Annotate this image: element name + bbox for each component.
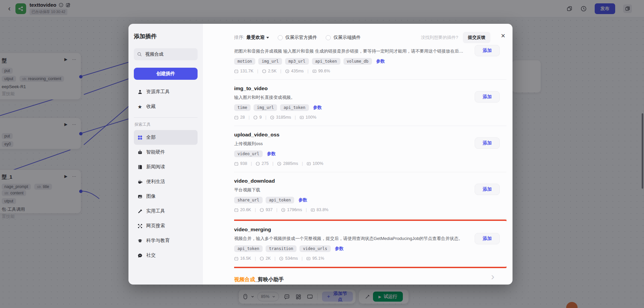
- search-match-highlight: 视频合成: [234, 276, 255, 282]
- modal-title: 添加插件: [134, 33, 198, 40]
- category-daily-life[interactable]: 便利生活: [134, 174, 198, 189]
- run-count: 16.5K: [240, 256, 251, 261]
- category-news-reading[interactable]: 新闻阅读: [134, 160, 198, 174]
- sort-dropdown[interactable]: 最受欢迎: [247, 35, 265, 41]
- plugin-description: 视频合并，输入多个视频拼接成一个完整视频，提交后，请使用查询状态GetMedia…: [234, 236, 489, 242]
- run-count: 938: [240, 161, 247, 166]
- plugin-search-box[interactable]: [134, 48, 198, 60]
- plugin-list-item: img_to_video 输入图片和时长直接变成视频。 time img_url…: [234, 80, 506, 126]
- latency: 1796ms: [287, 207, 302, 212]
- success-rate: 95.1%: [312, 256, 324, 261]
- close-icon[interactable]: ×: [498, 31, 508, 41]
- image-icon: [137, 194, 143, 199]
- plugin-list-item-highlighted: video_merging 视频合并，输入多个视频拼接成一个完整视频，提交后，请…: [234, 220, 506, 268]
- params-link[interactable]: 参数: [313, 105, 322, 111]
- params-link[interactable]: 参数: [299, 197, 307, 203]
- category-web-search[interactable]: 网页搜索: [134, 219, 198, 233]
- add-plugin-modal: 添加插件 创建插件 资源库工具 ★ 收藏: [128, 24, 513, 285]
- category-science-education[interactable]: 科学与教育: [134, 233, 198, 248]
- sort-caret-icon: [266, 37, 269, 39]
- plugin-list[interactable]: 把图片和音频合并成视频 输入图片和音频 生成的链接是异步链接，要等待一定时间才能…: [234, 43, 506, 285]
- client-only-radio[interactable]: 仅展示端插件: [326, 35, 361, 41]
- comment-count: 2K: [266, 256, 271, 261]
- category-smart-hardware[interactable]: 智能硬件: [134, 145, 198, 160]
- not-found-text: 没找到想要的插件?: [421, 35, 458, 41]
- chat-bubble-icon: [137, 253, 143, 258]
- run-count: 131.7K: [240, 69, 254, 73]
- param-tag: share_url: [234, 197, 263, 203]
- latency: 435ms: [291, 69, 304, 73]
- plugin-name[interactable]: upload_video_oss: [234, 132, 506, 138]
- official-only-radio[interactable]: 仅展示官方插件: [278, 35, 317, 41]
- filter-bar: 排序: 最受欢迎 仅展示官方插件 仅展示端插件 没找到想要的插件? 提交反馈: [234, 32, 490, 43]
- plugin-description: 把图片和音频合并成视频 输入图片和音频 生成的链接是异步链接，要等待一定时间才能…: [234, 48, 489, 54]
- submit-feedback-button[interactable]: 提交反馈: [463, 32, 490, 43]
- add-plugin-button[interactable]: 添加: [475, 137, 500, 149]
- success-rate: 100%: [313, 161, 323, 166]
- params-link[interactable]: 参数: [376, 58, 385, 64]
- run-count: 28: [240, 115, 245, 120]
- radio-circle-icon[interactable]: [326, 35, 331, 40]
- add-plugin-button[interactable]: 添加: [475, 91, 500, 103]
- search-input[interactable]: [145, 52, 192, 57]
- param-tag: api_token: [312, 58, 340, 65]
- plugin-list-item: 视频合成_剪映小助手 剪映草稿，视频合成方案。 ›: [234, 268, 506, 285]
- add-plugin-button[interactable]: 添加: [475, 233, 500, 244]
- plugin-name[interactable]: video_merging: [234, 227, 505, 233]
- wrench-icon: [137, 209, 143, 214]
- plugin-description: 上传视频到oss: [234, 141, 489, 147]
- param-tag: img_url: [254, 104, 277, 111]
- param-tag: volume_db: [343, 58, 372, 65]
- param-tag: img_url: [258, 58, 282, 65]
- success-rate: 100%: [306, 115, 316, 120]
- params-link[interactable]: 参数: [267, 151, 276, 157]
- category-utilities[interactable]: 实用工具: [134, 204, 198, 219]
- plugin-description: 输入图片和时长直接变成视频。: [234, 95, 489, 101]
- sort-label: 排序:: [234, 35, 245, 41]
- network-search-icon: [137, 224, 143, 229]
- latency: 3185ms: [276, 115, 291, 120]
- plugin-name[interactable]: 视频合成_剪映小助手: [234, 276, 506, 283]
- plugin-name[interactable]: img_to_video: [234, 85, 506, 91]
- category-social[interactable]: 社交: [134, 248, 198, 263]
- book-icon: [137, 165, 143, 170]
- sidebar-item-library-tools[interactable]: 资源库工具: [134, 84, 198, 99]
- plugin-name[interactable]: video_download: [234, 178, 506, 184]
- radio-circle-icon[interactable]: [278, 35, 283, 40]
- plugin-modal-main: 排序: 最受欢迎 仅展示官方插件 仅展示端插件 没找到想要的插件? 提交反馈 ×…: [203, 24, 513, 285]
- category-image[interactable]: 图像: [134, 189, 198, 204]
- comment-count: 9: [259, 115, 262, 120]
- param-tag: mp3_url: [285, 58, 309, 65]
- coffee-icon: [137, 179, 143, 184]
- add-plugin-button[interactable]: 添加: [475, 184, 500, 195]
- run-count: 20.6K: [240, 207, 251, 212]
- comment-count: 275: [262, 161, 269, 166]
- chevron-right-icon[interactable]: ›: [491, 271, 494, 282]
- params-link[interactable]: 参数: [335, 246, 344, 252]
- plugin-list-item: video_download 平台视频下载 share_url api_toke…: [234, 172, 506, 219]
- explore-tools-label: 探索工具: [135, 122, 198, 127]
- plugin-list-item: 把图片和音频合并成视频 输入图片和音频 生成的链接是异步链接，要等待一定时间才能…: [234, 43, 506, 80]
- star-icon: ★: [137, 104, 143, 109]
- latency: 534ms: [285, 256, 298, 261]
- success-rate: 99.6%: [318, 69, 330, 73]
- success-rate: 83.8%: [317, 207, 328, 212]
- plugin-stats: 938| 275| 2885ms| 100%: [234, 161, 506, 166]
- param-tag: motion: [234, 58, 255, 65]
- create-plugin-button[interactable]: 创建插件: [134, 68, 198, 80]
- comment-count: 937: [266, 207, 273, 212]
- sidebar-divider: [134, 117, 198, 118]
- plugin-modal-sidebar: 添加插件 创建插件 资源库工具 ★ 收藏: [128, 24, 203, 285]
- robot-icon: [137, 150, 143, 155]
- latency: 2885ms: [283, 161, 298, 166]
- param-tag: transition: [266, 245, 297, 252]
- graduation-cap-icon: [137, 238, 143, 243]
- param-tag: video_urls: [300, 245, 330, 252]
- add-plugin-button[interactable]: 添加: [475, 45, 500, 56]
- sidebar-item-favorites[interactable]: ★ 收藏: [134, 99, 198, 114]
- category-all[interactable]: 全部: [134, 130, 198, 145]
- plugin-stats: 131.7K| 2.5K| 435ms| 99.6%: [234, 69, 506, 73]
- param-tag: time: [234, 104, 251, 111]
- search-icon: [137, 52, 142, 57]
- plugin-stats: 16.5K| 2K| 534ms| 95.1%: [234, 256, 505, 261]
